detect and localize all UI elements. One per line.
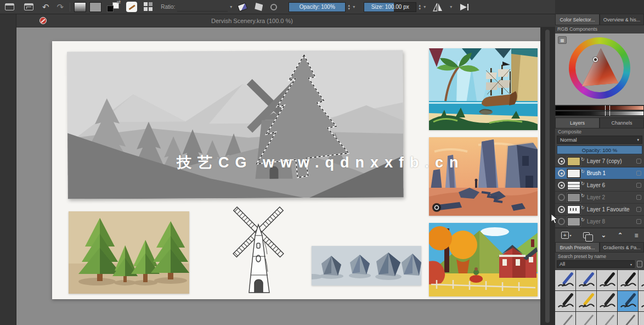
brush-preset-tile[interactable]	[576, 291, 596, 311]
brush-preset-tile[interactable]	[639, 312, 644, 325]
brush-preset-tile[interactable]	[597, 270, 617, 290]
layer-row[interactable]: ↻ Layer 6	[555, 180, 644, 192]
pattern-swatch-button[interactable]	[89, 2, 101, 12]
color-picker-handle[interactable]	[593, 57, 598, 62]
visibility-eye-icon[interactable]	[558, 158, 565, 165]
layer-buttons-row: +▾ ⌄ ⌃ ≡	[555, 228, 644, 242]
reference-polygonal-rocks	[312, 246, 421, 285]
brush-tip-icon[interactable]	[270, 4, 277, 10]
visibility-eye-icon[interactable]	[558, 194, 565, 201]
preset-filter-dropdown[interactable]: All ▾	[557, 260, 635, 268]
visibility-eye-icon[interactable]	[558, 206, 565, 213]
blend-mode-dropdown[interactable]: Normal ▾	[557, 136, 642, 144]
ratio-dropdown[interactable]	[177, 3, 228, 12]
reference-canyon	[429, 137, 538, 216]
size-caret-icon[interactable]: ▾	[423, 4, 426, 9]
new-document-icon[interactable]	[5, 3, 14, 10]
brush-preset-tile[interactable]	[555, 291, 575, 311]
undo-icon[interactable]: ↶	[42, 3, 49, 11]
size-slider[interactable]: Size: 100.00 px	[364, 2, 416, 12]
brush-preset-tile[interactable]	[639, 291, 644, 311]
layer-list: ↻ Layer 7 (copy) ↻ Brush 1 ↻ Layer 6	[555, 155, 644, 228]
tab-color-selector[interactable]: Color Selector...	[555, 14, 600, 25]
tab-brush-presets[interactable]: Brush Presets...	[555, 242, 600, 253]
layer-row-hidden[interactable]: ↻ Layer 2	[555, 192, 644, 204]
layer-name: Layer 7 (copy)	[586, 158, 634, 164]
foreground-background-color-icon[interactable]: ⇄	[106, 2, 120, 13]
layer-row-selected[interactable]: ↻ Brush 1	[555, 167, 644, 180]
opacity-stepper[interactable]: ▲▼	[347, 4, 351, 10]
ratio-label: Ratio:	[161, 4, 175, 10]
opacity-caret-icon[interactable]: ▾	[353, 4, 355, 9]
gradient-swatch-button[interactable]	[74, 2, 86, 12]
add-layer-button[interactable]: +▾	[561, 232, 572, 239]
open-document-icon[interactable]	[24, 3, 33, 10]
tab-overview[interactable]: Overview & his...	[600, 14, 644, 25]
left-dock-edge	[0, 14, 16, 325]
krita-application-window: ↶ ↷ ⇄ Ratio: ▾ Opacity: 100% ▲▼ ▾ Size: …	[0, 0, 644, 325]
eraser-mode-icon[interactable]	[238, 2, 248, 12]
panel-top-spacer	[555, 0, 644, 14]
brush-preset-tile[interactable]	[576, 270, 596, 290]
mirror-horizontal-icon[interactable]	[432, 2, 443, 12]
brush-preset-tile[interactable]	[618, 312, 638, 325]
value-gradient-bar[interactable]	[555, 111, 644, 116]
layer-name: Layer 6	[586, 182, 634, 188]
document-titlebar[interactable]: Dervish Scenery.kra (100.0 %)	[16, 14, 555, 27]
vertical-scrollbar[interactable]	[540, 27, 555, 325]
color-history-gradient-bar[interactable]	[555, 105, 644, 110]
ratio-caret-icon[interactable]: ▾	[230, 4, 232, 9]
brush-preset-tile[interactable]	[618, 270, 638, 290]
layer-name: Layer 8	[586, 218, 634, 225]
chevron-down-icon: ▾	[630, 262, 632, 266]
reference-lowpoly-trees	[69, 211, 189, 294]
hue-ring[interactable]	[569, 37, 630, 99]
reference-beach-ship	[429, 48, 538, 130]
workspace-chooser-icon[interactable]	[144, 2, 153, 12]
layer-options-icon	[636, 219, 641, 224]
visibility-eye-icon[interactable]	[558, 182, 565, 189]
layer-row-hidden[interactable]: ↻ Layer 8	[555, 216, 644, 228]
redo-icon[interactable]: ↷	[57, 3, 64, 11]
brush-preset-grid	[555, 270, 644, 325]
tab-channels[interactable]: Channels	[600, 117, 644, 128]
visibility-eye-icon[interactable]	[558, 170, 565, 177]
tab-gradients[interactable]: Gradients & Pa...	[600, 242, 644, 253]
canvas-area[interactable]: 技艺CG www.qdnxxfb.cn	[16, 27, 540, 325]
layer-opacity-slider[interactable]: Opacity: 100 %	[557, 145, 642, 154]
duplicate-layer-button[interactable]	[583, 232, 590, 238]
toolbar-separator	[70, 3, 70, 12]
right-dock-panel: Color Selector... Overview & his... RGB …	[555, 0, 644, 325]
move-layer-down-button[interactable]: ⌄	[601, 232, 606, 239]
mirror-caret-icon[interactable]: ▾	[450, 4, 452, 9]
selector-settings-icon[interactable]: ▦	[558, 36, 567, 44]
wrap-around-icon[interactable]	[459, 2, 470, 12]
layer-name: Layer 2	[586, 194, 634, 200]
brush-preset-tile[interactable]	[555, 312, 575, 325]
opacity-slider[interactable]: Opacity: 100%	[289, 2, 346, 12]
brush-editor-button[interactable]	[126, 2, 137, 12]
brush-preset-tile[interactable]	[597, 291, 617, 311]
move-layer-up-button[interactable]: ⌃	[618, 232, 623, 239]
opacity-slider-label: Opacity: 100%	[300, 4, 335, 10]
brush-preset-tile[interactable]	[618, 291, 638, 311]
reference-autumn-house	[429, 223, 538, 296]
advanced-color-selector[interactable]: ▦	[555, 33, 644, 105]
size-stepper[interactable]: ▲▼	[418, 4, 421, 10]
layer-properties-button[interactable]: ≡	[634, 232, 638, 239]
layer-thumbnail	[567, 157, 580, 166]
krita-document-icon	[39, 17, 47, 24]
scrollbar-thumb[interactable]	[545, 30, 550, 323]
chevron-down-icon: ▾	[637, 138, 639, 142]
preset-view-mode-icon[interactable]	[637, 261, 642, 267]
brush-preset-tile[interactable]	[639, 270, 644, 290]
brush-preset-tile[interactable]	[597, 312, 617, 325]
brush-preset-tile[interactable]	[555, 270, 575, 290]
layer-row[interactable]: ↻ Layer 7 (copy)	[555, 155, 644, 167]
main-toolbar: ↶ ↷ ⇄ Ratio: ▾ Opacity: 100% ▲▼ ▾ Size: …	[0, 0, 644, 14]
preset-filter-value: All	[560, 261, 565, 267]
brush-preset-tile[interactable]	[576, 312, 596, 325]
reload-preset-icon[interactable]	[255, 3, 263, 11]
layer-row[interactable]: ↻ Layer 1 Favourite	[555, 204, 644, 216]
tab-layers[interactable]: Layers	[555, 117, 600, 128]
